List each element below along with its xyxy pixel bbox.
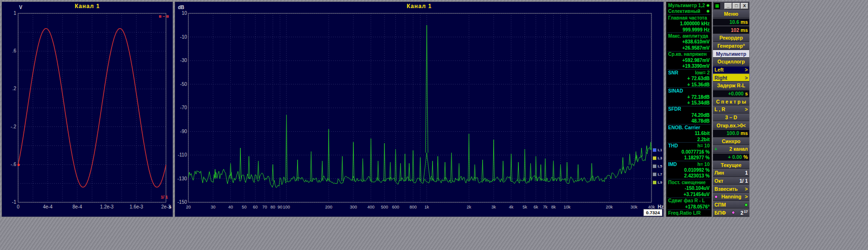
snr-l: + 72.63dB <box>667 75 711 81</box>
rms-voltage-r-label: +19.3390mV <box>682 63 710 69</box>
rms-voltage-l: +592.987mV <box>667 57 711 63</box>
multimeter-button[interactable]: Мультиметр <box>713 50 749 58</box>
spectrum-plot[interactable]: 10-10-30-50-70-90-110-130-15020304050607… <box>175 2 664 217</box>
marker-label: L9 <box>658 180 662 185</box>
generator-button[interactable]: Генератор° <box>713 42 749 50</box>
sync-channel-button-label: + <box>714 146 717 152</box>
fft-size-button-label: БПФ <box>714 210 726 216</box>
weighting-button[interactable]: Взвесить> <box>713 185 749 193</box>
svg-text:60: 60 <box>253 205 258 209</box>
fft-size-button[interactable]: БПФ217 <box>713 208 749 217</box>
svg-text:6k: 6k <box>534 205 538 209</box>
max-amplitude-r: +26.9587mV <box>667 45 711 51</box>
dc-offset-r-label: +3.71454uV <box>683 192 710 197</box>
sinad-r-label: + 15.34dB <box>687 100 710 105</box>
main-frequency-r-label: 999.9999 Hz <box>682 27 710 32</box>
svg-text:1k: 1k <box>424 205 429 209</box>
open-input-time-display[interactable]: 100.0ms <box>713 129 749 137</box>
svg-text:500: 500 <box>381 205 388 209</box>
delay-rl-button[interactable]: Задерж R-L <box>713 82 749 90</box>
sinad-l-label: + 72.18dB <box>687 94 710 100</box>
svg-text:30: 30 <box>211 205 216 209</box>
svg-text:8k: 8k <box>551 205 556 209</box>
open-input-button[interactable]: Откр.вх.>0< <box>713 121 749 129</box>
buffer-time-display[interactable]: 10.6ms <box>713 18 749 26</box>
svg-text:3k: 3k <box>491 205 496 209</box>
window-titlebar: ▦ _ □ X <box>713 2 749 10</box>
left-channel-button[interactable]: Left> <box>713 66 749 74</box>
window-function-button[interactable]: Hanning> <box>713 193 749 201</box>
interval-time-display[interactable]: 102ms <box>713 26 749 34</box>
svg-text:-70: -70 <box>180 105 187 110</box>
phase-shift-value: +178.0576° <box>667 204 711 209</box>
max-amplitude-label-label: Макс. амплитуда <box>668 33 708 39</box>
phase-shift-label: Сдвиг фаз R - L <box>667 198 711 204</box>
octave-scale-button[interactable]: Окт1/ 1 <box>713 177 749 185</box>
snr-label: SNRlow= 2 <box>667 69 711 75</box>
psd-button[interactable]: СПМ <box>713 201 749 209</box>
marker-L3[interactable]: L3 <box>652 156 662 160</box>
marker-square-icon <box>652 156 657 160</box>
rms-voltage-r: +19.3390mV <box>667 63 711 69</box>
right-channel-button[interactable]: Right> <box>713 73 749 82</box>
sync-channel-button[interactable]: +2 канал <box>713 145 749 153</box>
freq-ratio-label: Freq.Ratio L/R <box>667 209 711 216</box>
spectrum-cursor-readout: 0.7324 <box>643 209 662 216</box>
minimize-button[interactable]: _ <box>724 3 732 9</box>
enob-l-label: 11.6bit <box>695 131 710 136</box>
app-icon[interactable]: ▦ <box>714 3 720 9</box>
sinad-r: + 15.34dB <box>667 100 711 105</box>
main-frequency-l: 1.000000 kHz <box>667 21 711 26</box>
snr-label-label: SNR <box>668 70 678 75</box>
main-frequency-l-label: 1.000000 kHz <box>680 21 710 26</box>
current-button[interactable]: Текущее <box>713 161 749 169</box>
open-input-button-label: Откр.вх.>0< <box>716 123 745 128</box>
marker-L1[interactable]: L1 <box>652 148 662 152</box>
imd-r-label: 2.423013 % <box>684 173 710 178</box>
svg-text:10k: 10k <box>564 205 571 209</box>
recorder-button[interactable]: Рекордер <box>713 34 749 42</box>
imd-label-label: h= 10 <box>697 162 710 167</box>
delay-rl-button-label: Задерж R-L <box>717 83 745 88</box>
svg-text:4e-4: 4e-4 <box>43 204 52 209</box>
marker-L7[interactable]: L7 <box>652 172 662 177</box>
lr-spectra-button[interactable]: L , R> <box>713 105 749 114</box>
main-frequency-r: 999.9999 Hz <box>667 27 711 32</box>
thd-label-label: THD <box>668 143 678 148</box>
svg-text:s: s <box>169 204 172 209</box>
octave-scale-button-label: Окт <box>714 178 723 184</box>
marker-label: L7 <box>658 172 662 177</box>
multimeter-header: Мультиметр 1,2 <box>667 2 711 8</box>
close-button[interactable]: X <box>741 3 748 9</box>
maximize-button[interactable]: □ <box>733 3 740 9</box>
marker-square-icon <box>652 172 657 177</box>
menu-button[interactable]: Меню <box>713 10 749 18</box>
sync-percent-display[interactable]: + 0.00% <box>713 153 749 161</box>
left-channel-button-label: > <box>745 67 748 73</box>
delay-value-display[interactable]: +0.000s <box>713 90 749 98</box>
snr-r: + 15.36dB <box>667 82 711 87</box>
svg-text:-90: -90 <box>180 129 187 134</box>
marker-square-icon <box>652 164 657 168</box>
spectra-button[interactable]: С п е к т р ы <box>713 97 749 105</box>
menu-button-label: Меню <box>724 11 738 17</box>
oscilloscope-plot[interactable]: 1.6.2-.2-.6-104e-48e-41.2e-31.6e-32e-3sV <box>2 2 174 217</box>
sync-button-label: Синхро <box>722 138 740 144</box>
sync-button[interactable]: Синхро <box>713 137 749 146</box>
svg-text:70: 70 <box>262 205 267 209</box>
marker-L9[interactable]: L9 <box>652 180 662 185</box>
svg-text:-130: -130 <box>177 176 187 181</box>
linear-scale-button[interactable]: Лин1 <box>713 169 749 177</box>
enob-label: ENOB. Carrier <box>667 124 711 130</box>
sfdr-label-label: SFDR <box>668 106 681 112</box>
spectra-3d-button[interactable]: 3 – D <box>713 114 749 122</box>
sinad-l: + 72.18dB <box>667 94 711 100</box>
spectra-button-label: С п е к т р ы <box>716 99 746 104</box>
generator-button-label: Генератор° <box>717 43 745 49</box>
thd-l: 0.0077716 % <box>667 149 711 155</box>
marker-L5[interactable]: L5 <box>652 164 662 168</box>
snr-r-label: + 15.36dB <box>687 82 710 87</box>
svg-text:8e-4: 8e-4 <box>72 204 82 209</box>
oscilloscope-button[interactable]: Осциллогр <box>713 58 749 66</box>
dc-offset-l: -150.104uV <box>667 186 711 191</box>
